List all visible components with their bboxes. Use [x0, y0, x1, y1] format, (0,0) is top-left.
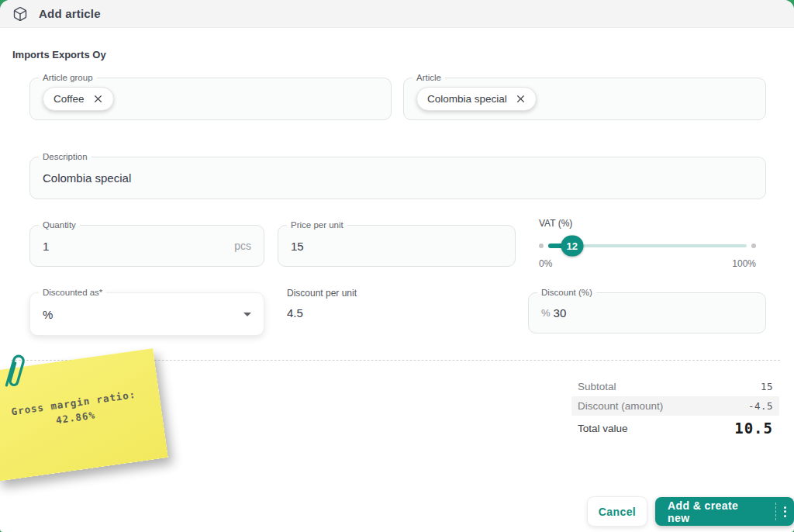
dialog-title: Add article: [39, 7, 101, 20]
vat-slider-group: VAT (%) 12 0% 100%: [539, 218, 756, 269]
chevron-down-icon: [243, 313, 251, 316]
add-create-new-button[interactable]: Add & create new: [655, 497, 794, 526]
discount-percent-label: Discount (%): [537, 287, 596, 299]
subtotal-row: Subtotal 15: [571, 377, 779, 396]
discount-percent-field[interactable]: Discount (%) % 30: [528, 292, 766, 333]
package-icon: [12, 6, 28, 22]
remove-article-group-icon[interactable]: [93, 94, 103, 104]
vat-slider-track[interactable]: 12: [548, 244, 747, 247]
description-field[interactable]: Description Colombia special: [29, 157, 766, 199]
total-value-amount: 10.5: [734, 420, 773, 437]
price-per-unit-field[interactable]: Price per unit 15: [278, 225, 516, 267]
article-field[interactable]: Article Colombia special: [403, 78, 766, 120]
subtotal-value: 15: [761, 381, 773, 392]
quantity-unit-suffix: pcs: [234, 240, 251, 252]
company-name: Imports Exports Oy: [12, 49, 106, 60]
total-value-label: Total value: [578, 423, 628, 434]
discounted-as-label: Discounted as*: [39, 287, 106, 299]
discount-amount-row: Discount (amount) -4.5: [571, 396, 779, 416]
quantity-label: Quantity: [39, 219, 80, 231]
slider-min-dot: [539, 244, 544, 248]
vat-label: VAT (%): [539, 218, 756, 229]
price-per-unit-value: 15: [291, 240, 304, 253]
more-options-icon[interactable]: [776, 506, 794, 517]
subtotal-label: Subtotal: [578, 381, 616, 392]
dialog-header: Add article: [0, 0, 794, 28]
discount-per-unit-label: Discount per unit: [287, 288, 357, 299]
vat-slider-thumb[interactable]: 12: [561, 236, 583, 257]
discount-per-unit-value: 4.5: [287, 306, 357, 320]
vat-slider[interactable]: 12: [539, 234, 756, 257]
total-value-row: Total value 10.5: [571, 416, 779, 440]
description-value: Colombia special: [43, 171, 131, 185]
slider-max-dot: [751, 244, 756, 248]
vat-min-label: 0%: [539, 258, 552, 269]
article-chip-label: Colombia special: [427, 93, 507, 105]
discount-amount-label: Discount (amount): [578, 400, 663, 412]
totals-summary: Subtotal 15 Discount (amount) -4.5 Total…: [571, 377, 779, 440]
quantity-field[interactable]: Quantity 1 pcs: [29, 225, 264, 267]
add-article-dialog: Add article Imports Exports Oy Article g…: [0, 0, 794, 532]
discount-percent-value: 30: [554, 306, 567, 320]
article-group-field[interactable]: Article group Coffee: [29, 78, 392, 120]
discount-per-unit-group: Discount per unit 4.5: [287, 288, 357, 320]
vat-max-label: 100%: [732, 258, 756, 269]
description-label: Description: [39, 151, 91, 163]
cancel-button-label: Cancel: [599, 506, 636, 518]
discounted-as-select[interactable]: Discounted as* %: [29, 292, 264, 336]
article-label: Article: [413, 72, 445, 84]
add-create-new-label: Add & create new: [655, 499, 775, 524]
article-group-label: Article group: [39, 72, 97, 84]
quantity-value: 1: [43, 240, 49, 253]
page-backdrop: Add article Imports Exports Oy Article g…: [0, 0, 794, 532]
percent-prefix: %: [541, 307, 551, 319]
article-chip[interactable]: Colombia special: [416, 87, 537, 111]
article-group-chip[interactable]: Coffee: [43, 87, 114, 111]
cancel-button[interactable]: Cancel: [588, 497, 647, 526]
discounted-as-value: %: [43, 308, 53, 321]
price-per-unit-label: Price per unit: [287, 219, 347, 231]
remove-article-icon[interactable]: [516, 94, 526, 104]
discount-amount-value: -4.5: [748, 400, 773, 412]
article-group-chip-label: Coffee: [54, 93, 85, 105]
